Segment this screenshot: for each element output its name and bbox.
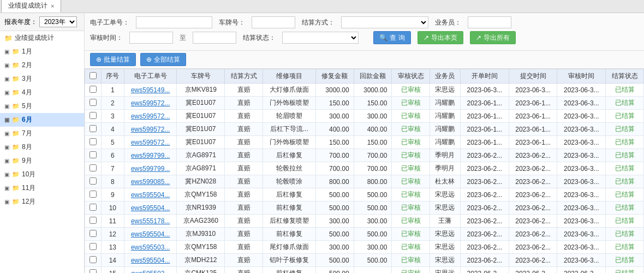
sidebar-month-1月[interactable]: ▣ 📁 1月: [0, 45, 84, 58]
row-checkbox-2[interactable]: [90, 99, 97, 106]
row-checkbox-8[interactable]: [90, 177, 97, 185]
row-refund-amt: 400.00: [354, 123, 392, 136]
row-checkbox-3[interactable]: [90, 112, 97, 119]
year-select[interactable]: 2023年 2022年 2021年 2020年: [39, 16, 77, 27]
row-checkbox-cell[interactable]: [85, 123, 102, 136]
row-order[interactable]: ews599572...: [124, 97, 176, 110]
settle-method-select[interactable]: 直赔 保险 现金: [341, 16, 428, 28]
sidebar-month-9月[interactable]: ▣ 📁 9月: [0, 154, 84, 168]
row-checkbox-1[interactable]: [90, 86, 97, 93]
row-checkbox-4[interactable]: [90, 125, 97, 132]
export-all-button[interactable]: ↗ 导出所有: [470, 31, 516, 44]
export-page-label: 导出本页: [431, 33, 457, 43]
batch-calc-button[interactable]: ⊕ 批量结算: [90, 53, 136, 66]
row-audit-time: 2023-06-3...: [557, 149, 606, 162]
row-checkbox-14[interactable]: [90, 256, 97, 263]
row-audit-status: 已审核: [392, 136, 430, 149]
sidebar-month-7月[interactable]: ▣ 📁 7月: [0, 127, 84, 140]
row-checkbox-cell[interactable]: [85, 175, 102, 188]
audit-time-start-input[interactable]: [129, 32, 173, 44]
row-checkbox-cell[interactable]: [85, 201, 102, 215]
th-order: 电子工单号: [124, 69, 176, 84]
row-checkbox-cell[interactable]: [85, 215, 102, 228]
sidebar-month-6月[interactable]: ▣ 📁 6月: [0, 113, 84, 127]
row-settle: 直赔: [225, 123, 263, 136]
row-order[interactable]: ews595504...: [124, 228, 176, 241]
export-page-button[interactable]: ↗ 导出本页: [418, 31, 463, 44]
row-checkbox-cell[interactable]: [85, 149, 102, 162]
row-plate: 京CMK125: [177, 267, 225, 274]
row-plate: 冀E01U07: [177, 136, 225, 149]
table-body: 1 ews595149... 京MKV819 直赔 大灯修爪做面 3000.00…: [85, 84, 644, 274]
row-seq: 4: [101, 123, 124, 136]
row-checkbox-12[interactable]: [90, 230, 97, 237]
sidebar-month-3月[interactable]: ▣ 📁 3月: [0, 72, 84, 86]
select-all-checkbox[interactable]: [90, 72, 97, 79]
sidebar-month-8月[interactable]: ▣ 📁 8月: [0, 140, 84, 154]
row-audit-time: 2023-06-3...: [557, 123, 606, 136]
row-refund-amt: 500.00: [354, 254, 392, 267]
sidebar-month-2月[interactable]: ▣ 📁 2月: [0, 58, 84, 72]
sidebar-month-5月[interactable]: ▣ 📁 5月: [0, 99, 84, 113]
all-calc-button[interactable]: ⊕ 全部结算: [140, 53, 186, 66]
row-order[interactable]: ews599572...: [124, 110, 176, 123]
row-checkbox-cell[interactable]: [85, 110, 102, 123]
sidebar-root[interactable]: 📁 业绩提成统计: [0, 31, 84, 45]
table-row: 15 ews595503... 京CMK125 直赔 前杠修复 500.00 已…: [85, 267, 644, 274]
row-checkbox-cell[interactable]: [85, 241, 102, 254]
month-folder-icon: 📁: [12, 48, 20, 55]
month-label: 11月: [22, 183, 35, 193]
row-order[interactable]: ews599799...: [124, 162, 176, 175]
row-checkbox-cell[interactable]: [85, 228, 102, 241]
row-order[interactable]: ews595503...: [124, 241, 176, 254]
row-checkbox-13[interactable]: [90, 243, 97, 250]
row-submit-time: 2023-06-2...: [509, 215, 557, 228]
all-calc-label: 全部结算: [154, 55, 180, 64]
row-order[interactable]: ews595149...: [124, 84, 176, 97]
row-checkbox-cell[interactable]: [85, 188, 102, 201]
staff-input[interactable]: [468, 16, 511, 28]
row-order[interactable]: ews599085...: [124, 175, 176, 188]
row-checkbox-5[interactable]: [90, 138, 97, 145]
row-checkbox-cell[interactable]: [85, 97, 102, 110]
row-order[interactable]: ews599572...: [124, 123, 176, 136]
audit-time-end-input[interactable]: [193, 32, 236, 44]
row-checkbox-cell[interactable]: [85, 84, 102, 97]
row-submit-time: 2023-06-2...: [509, 149, 557, 162]
tab-yejiticheng[interactable]: 业绩提成统计 ×: [1, 0, 61, 13]
sidebar-month-12月[interactable]: ▣ 📁 12月: [0, 195, 84, 209]
row-checkbox-11[interactable]: [90, 217, 97, 224]
row-checkbox-cell[interactable]: [85, 136, 102, 149]
row-order[interactable]: ews595503...: [124, 267, 176, 274]
row-settle: 直赔: [225, 110, 263, 123]
row-checkbox-10[interactable]: [90, 204, 97, 211]
row-settle: 直赔: [225, 136, 263, 149]
settle-status-select[interactable]: 已结算 未结算: [282, 32, 359, 44]
row-order[interactable]: ews595504...: [124, 201, 176, 215]
row-checkbox-6[interactable]: [90, 151, 97, 158]
row-order[interactable]: ews599572...: [124, 136, 176, 149]
row-checkbox-15[interactable]: [90, 269, 97, 274]
sidebar-month-10月[interactable]: ▣ 📁 10月: [0, 168, 84, 181]
sidebar-month-11月[interactable]: ▣ 📁 11月: [0, 181, 84, 195]
row-checkbox-9[interactable]: [90, 191, 97, 198]
search-button[interactable]: 🔍 查 询: [373, 31, 410, 44]
sidebar-month-4月[interactable]: ▣ 📁 4月: [0, 86, 84, 99]
plate-input[interactable]: [252, 16, 295, 28]
order-no-label: 电子工单号：: [90, 18, 129, 27]
row-order[interactable]: ews555178...: [124, 215, 176, 228]
row-checkbox-7[interactable]: [90, 164, 97, 171]
row-order[interactable]: ews595504...: [124, 254, 176, 267]
row-checkbox-cell[interactable]: [85, 267, 102, 274]
row-checkbox-cell[interactable]: [85, 254, 102, 267]
row-order[interactable]: ews599799...: [124, 149, 176, 162]
row-order[interactable]: ews595504...: [124, 188, 176, 201]
row-repair-amt: 3000.00: [316, 84, 354, 97]
row-staff: 宋思远: [430, 254, 461, 267]
sidebar-year-label: 报表年度：: [4, 17, 37, 27]
row-staff: 宋思远: [430, 241, 461, 254]
tab-close-icon[interactable]: ×: [51, 3, 54, 9]
order-no-input[interactable]: [136, 16, 212, 28]
row-checkbox-cell[interactable]: [85, 162, 102, 175]
month-folder-icon: 📁: [12, 62, 20, 69]
